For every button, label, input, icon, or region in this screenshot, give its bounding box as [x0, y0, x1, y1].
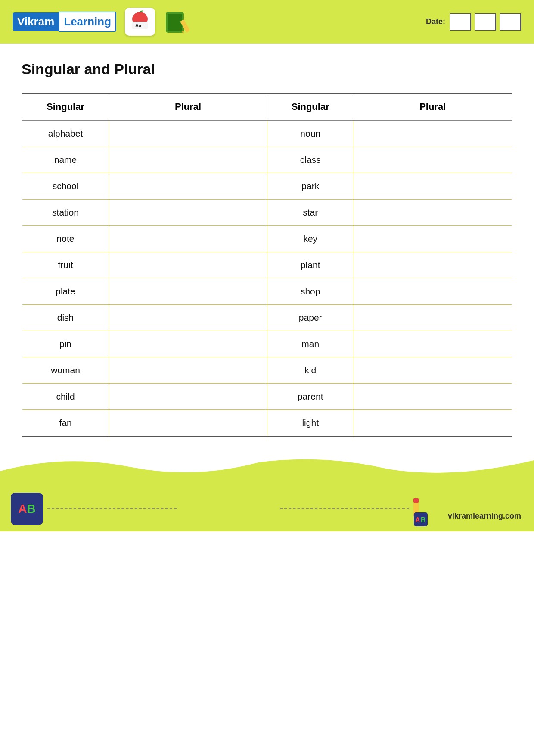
plural2-cell-5[interactable]	[354, 252, 512, 278]
svg-rect-4	[168, 14, 182, 31]
table-row: stationstar	[22, 200, 512, 226]
singular2-cell-9: kid	[267, 357, 354, 384]
logo-learning: Learning	[59, 12, 116, 32]
date-section: Date:	[426, 13, 521, 31]
singular2-cell-1: class	[267, 147, 354, 173]
footer-logo-a: A	[18, 502, 27, 516]
book-icon: Aa	[125, 8, 155, 36]
singular1-cell-8: pin	[22, 331, 109, 357]
dotted-line-left	[47, 508, 177, 509]
singular2-cell-10: parent	[267, 384, 354, 410]
plural1-cell-10[interactable]	[109, 384, 267, 410]
table-row: nameclass	[22, 147, 512, 173]
table-row: childparent	[22, 384, 512, 410]
date-box-2[interactable]	[475, 13, 496, 31]
plural2-cell-8[interactable]	[354, 331, 512, 357]
table-row: dishpaper	[22, 305, 512, 331]
col3-header: Singular	[267, 93, 354, 121]
logo-vikram: Vikram	[13, 12, 59, 31]
singular1-cell-7: dish	[22, 305, 109, 331]
plural1-cell-6[interactable]	[109, 278, 267, 305]
plural1-cell-11[interactable]	[109, 410, 267, 437]
table-row: schoolpark	[22, 173, 512, 200]
plural2-cell-2[interactable]	[354, 173, 512, 200]
plural2-cell-9[interactable]	[354, 357, 512, 384]
singular2-cell-5: plant	[267, 252, 354, 278]
dotted-line-right	[280, 508, 409, 509]
footer: A B A B vikramlearning.com	[0, 480, 534, 531]
svg-text:A: A	[415, 516, 420, 524]
singular2-cell-2: park	[267, 173, 354, 200]
table-header-row: Singular Plural Singular Plural	[22, 93, 512, 121]
table-row: fanlight	[22, 410, 512, 437]
singular1-cell-10: child	[22, 384, 109, 410]
page-title: Singular and Plural	[22, 61, 512, 78]
plural1-cell-1[interactable]	[109, 147, 267, 173]
footer-wave-container	[0, 454, 534, 480]
singular2-cell-8: man	[267, 331, 354, 357]
plural2-cell-11[interactable]	[354, 410, 512, 437]
footer-pencil-icon: A B	[405, 497, 426, 525]
table-row: pinman	[22, 331, 512, 357]
table-row: notekey	[22, 226, 512, 252]
col1-header: Singular	[22, 93, 109, 121]
singular1-cell-0: alphabet	[22, 121, 109, 147]
singular2-cell-0: noun	[267, 121, 354, 147]
svg-text:B: B	[421, 516, 426, 524]
date-boxes	[450, 13, 521, 31]
svg-text:Aa: Aa	[135, 23, 142, 28]
singular-plural-table: Singular Plural Singular Plural alphabet…	[22, 93, 512, 437]
plural1-cell-7[interactable]	[109, 305, 267, 331]
singular2-cell-11: light	[267, 410, 354, 437]
footer-logo: A B	[11, 493, 43, 525]
plural2-cell-7[interactable]	[354, 305, 512, 331]
plural1-cell-8[interactable]	[109, 331, 267, 357]
singular1-cell-6: plate	[22, 278, 109, 305]
table-row: womankid	[22, 357, 512, 384]
plural1-cell-3[interactable]	[109, 200, 267, 226]
plural2-cell-6[interactable]	[354, 278, 512, 305]
singular1-cell-5: fruit	[22, 252, 109, 278]
plural2-cell-0[interactable]	[354, 121, 512, 147]
singular1-cell-3: station	[22, 200, 109, 226]
footer-logo-b: B	[27, 502, 36, 516]
date-label: Date:	[426, 17, 445, 26]
svg-rect-8	[413, 498, 419, 503]
plural1-cell-4[interactable]	[109, 226, 267, 252]
singular1-cell-11: fan	[22, 410, 109, 437]
table-row: alphabetnoun	[22, 121, 512, 147]
plural2-cell-1[interactable]	[354, 147, 512, 173]
table-row: plateshop	[22, 278, 512, 305]
singular1-cell-9: woman	[22, 357, 109, 384]
plural1-cell-5[interactable]	[109, 252, 267, 278]
plural2-cell-10[interactable]	[354, 384, 512, 410]
header: Vikram Learning Aa Date:	[0, 0, 534, 44]
col2-header: Plural	[109, 93, 267, 121]
singular2-cell-6: shop	[267, 278, 354, 305]
plural1-cell-2[interactable]	[109, 173, 267, 200]
col4-header: Plural	[354, 93, 512, 121]
content-area: Singular and Plural Singular Plural Sing…	[0, 44, 534, 454]
date-box-3[interactable]	[500, 13, 521, 31]
plural1-cell-9[interactable]	[109, 357, 267, 384]
pencil-icon	[164, 9, 189, 35]
singular2-cell-7: paper	[267, 305, 354, 331]
plural2-cell-4[interactable]	[354, 226, 512, 252]
date-box-1[interactable]	[450, 13, 471, 31]
plural2-cell-3[interactable]	[354, 200, 512, 226]
singular1-cell-1: name	[22, 147, 109, 173]
footer-url: vikramlearning.com	[448, 512, 521, 521]
singular2-cell-3: star	[267, 200, 354, 226]
singular1-cell-2: school	[22, 173, 109, 200]
table-row: fruitplant	[22, 252, 512, 278]
singular1-cell-4: note	[22, 226, 109, 252]
singular2-cell-4: key	[267, 226, 354, 252]
plural1-cell-0[interactable]	[109, 121, 267, 147]
logo: Vikram Learning	[13, 12, 116, 32]
